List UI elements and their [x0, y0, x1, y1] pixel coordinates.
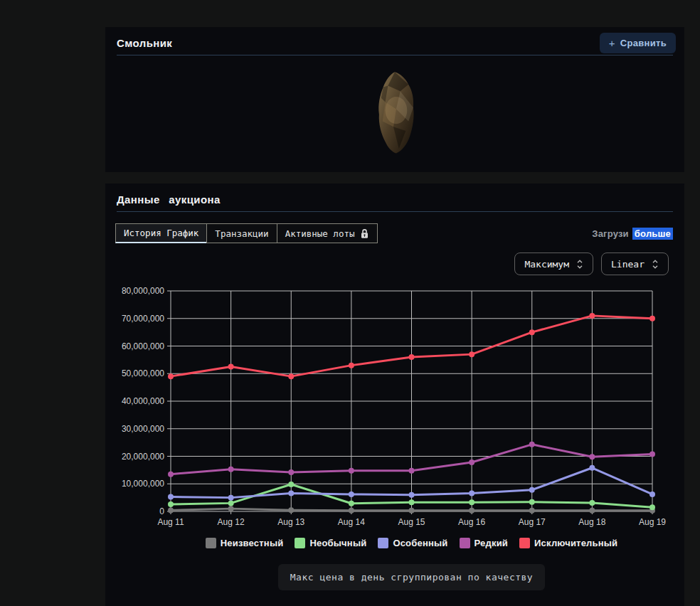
load-more: Загрузибольше — [592, 228, 673, 239]
tab-label: Транзакции — [215, 228, 268, 239]
item-card-header: Смольник + Сравнить — [117, 27, 673, 55]
select-row: Максимум Linear — [105, 253, 669, 275]
data-point — [288, 482, 294, 487]
data-point — [469, 459, 474, 465]
aggregation-select-value: Максимум — [524, 259, 569, 270]
data-point — [649, 316, 655, 321]
lock-icon — [360, 228, 369, 239]
x-axis-tick-label: Aug 13 — [277, 517, 304, 527]
y-axis-tick-label: 10,000,000 — [122, 479, 164, 489]
tab-label: Активные лоты — [285, 228, 355, 239]
data-point — [469, 351, 474, 357]
data-point — [288, 469, 294, 475]
data-point — [529, 442, 535, 447]
tab-label: История График — [124, 228, 198, 238]
data-point — [349, 491, 354, 497]
data-point — [529, 508, 535, 514]
data-point — [228, 467, 234, 472]
y-axis-tick-label: 80,000,000 — [122, 286, 164, 296]
legend-label: Особенный — [393, 538, 447, 548]
price-history-chart: 010,000,00020,000,00030,000,00040,000,00… — [114, 285, 669, 533]
load-more-link[interactable]: больше — [632, 228, 673, 240]
tab-history-chart[interactable]: История График — [115, 223, 207, 243]
data-point — [469, 499, 474, 505]
chart-caption: Макс цена в день сгруппирован по качеств… — [278, 564, 545, 590]
legend-item[interactable]: Необычный — [295, 538, 366, 548]
aggregation-select[interactable]: Максимум — [514, 253, 593, 275]
data-point — [589, 500, 595, 506]
x-axis-tick-label: Aug 11 — [157, 517, 184, 527]
tab-bar: История ГрафикТранзакцииАктивные лоты — [115, 223, 378, 243]
y-axis-tick-label: 50,000,000 — [122, 368, 164, 378]
data-point — [168, 373, 174, 379]
legend-item[interactable]: Исключительный — [519, 538, 617, 548]
legend-label: Неизвестный — [221, 538, 284, 548]
data-point — [529, 329, 535, 335]
data-point — [228, 495, 234, 501]
data-point — [409, 468, 415, 474]
data-point — [529, 499, 535, 505]
data-point — [228, 506, 234, 511]
data-point — [409, 492, 415, 498]
legend-swatch — [519, 538, 530, 548]
auction-card-header: Данные аукциона — [117, 184, 673, 212]
data-point — [409, 499, 415, 505]
data-point — [349, 468, 354, 474]
data-point — [409, 354, 415, 360]
compare-button[interactable]: + Сравнить — [600, 33, 676, 53]
data-point — [589, 313, 595, 319]
x-axis-tick-label: Aug 15 — [398, 517, 425, 527]
legend-swatch — [378, 538, 388, 548]
x-axis-tick-label: Aug 14 — [338, 517, 365, 527]
data-point — [168, 507, 174, 513]
data-point — [168, 501, 174, 507]
plus-icon: + — [609, 37, 615, 49]
legend-label: Редкий — [474, 538, 509, 548]
legend-label: Исключительный — [534, 538, 617, 548]
auction-data-title: Данные аукциона — [117, 189, 221, 206]
legend-item[interactable]: Редкий — [460, 538, 509, 548]
x-axis-tick-label: Aug 18 — [578, 517, 605, 527]
chevron-up-down-icon — [652, 259, 659, 270]
chart-legend: НеизвестныйНеобычныйОсобенныйРедкийИсклю… — [171, 538, 652, 548]
chevron-up-down-icon — [576, 259, 583, 270]
y-axis-tick-label: 20,000,000 — [122, 452, 164, 462]
data-point — [228, 364, 234, 370]
scale-select[interactable]: Linear — [601, 253, 669, 275]
y-axis-tick-label: 70,000,000 — [122, 314, 164, 324]
auction-data-card: Данные аукциона История ГрафикТранзакции… — [105, 184, 684, 606]
data-point — [168, 494, 174, 499]
data-point — [589, 454, 595, 459]
data-point — [649, 504, 655, 510]
data-point — [168, 472, 174, 477]
compare-button-label: Сравнить — [620, 38, 667, 48]
legend-item[interactable]: Неизвестный — [206, 538, 284, 548]
data-point — [649, 491, 655, 497]
caption-wrap: Макс цена в день сгруппирован по качеств… — [171, 564, 652, 590]
legend-swatch — [460, 538, 470, 548]
data-point — [228, 500, 234, 506]
scale-select-value: Linear — [611, 259, 645, 270]
data-point — [529, 487, 535, 493]
item-title: Смольник — [117, 33, 172, 49]
legend-label: Необычный — [309, 538, 366, 548]
data-point — [589, 465, 595, 471]
legend-item[interactable]: Особенный — [378, 538, 447, 548]
tab-active-lots[interactable]: Активные лоты — [277, 223, 378, 243]
load-more-prefix: Загрузи — [592, 228, 628, 239]
y-axis-tick-label: 0 — [159, 506, 164, 516]
data-point — [288, 490, 294, 496]
tab-transactions[interactable]: Транзакции — [206, 223, 277, 243]
data-point — [288, 507, 294, 513]
data-point — [469, 490, 474, 496]
data-point — [409, 508, 415, 514]
data-point — [349, 508, 354, 514]
legend-swatch — [206, 538, 216, 548]
data-point — [349, 501, 354, 506]
x-axis-tick-label: Aug 12 — [218, 517, 245, 527]
data-point — [469, 508, 474, 514]
data-point — [589, 508, 595, 514]
data-point — [288, 373, 294, 379]
y-axis-tick-label: 30,000,000 — [122, 424, 164, 434]
item-card: Смольник + Сравнить — [105, 27, 684, 172]
